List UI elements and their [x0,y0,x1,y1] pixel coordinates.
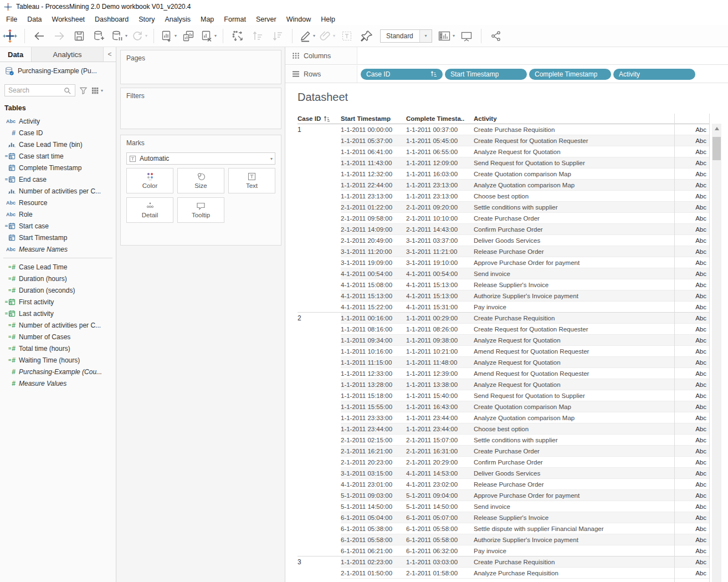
case-id-cell[interactable] [298,390,341,401]
duplicate-sheet-button[interactable] [180,28,197,44]
start-timestamp-cell[interactable]: 1-1-2011 09:34:00 [341,335,406,346]
column-header-case-id[interactable]: Case ID [298,114,341,124]
complete-timestamp-cell[interactable]: 2-1-2011 10:10:00 [406,213,474,224]
start-timestamp-cell[interactable]: 1-1-2011 23:44:00 [341,423,406,435]
abc-mark-cell[interactable]: Abc [674,235,709,246]
abc-mark-cell[interactable]: Abc [674,191,709,202]
show-mark-labels-button[interactable] [339,28,355,44]
case-id-cell[interactable] [298,335,341,346]
presentation-mode-button[interactable] [458,28,475,44]
field-item[interactable]: Case Lead Time (bin) [0,139,116,150]
activity-cell[interactable]: Release Supplier's Invoice [474,512,674,523]
start-timestamp-cell[interactable]: 2-1-2011 16:21:00 [341,446,406,457]
menu-format[interactable]: Format [219,14,251,24]
activity-cell[interactable]: Create Purchase Requisition [474,557,674,568]
abc-mark-cell[interactable]: Abc [674,534,709,545]
format-attach-button[interactable]: ▾ [319,28,335,44]
start-timestamp-cell[interactable]: 6-1-2011 05:58:00 [341,534,406,545]
abc-mark-cell[interactable]: Abc [674,313,709,324]
complete-timestamp-cell[interactable]: 3-1-2011 03:37:00 [406,235,474,246]
field-item[interactable]: =#Duration (seconds) [0,284,116,296]
field-item[interactable]: Number of activities per C... [0,185,116,197]
field-item[interactable]: AbcRole [0,208,116,220]
activity-cell[interactable]: Choose best option [474,191,674,202]
search-box[interactable] [4,84,75,96]
start-timestamp-cell[interactable]: 2-1-2011 09:58:00 [341,213,406,224]
activity-cell[interactable]: Create Purchase Order [474,213,674,224]
menu-window[interactable]: Window [281,14,316,24]
case-id-cell[interactable] [298,512,341,523]
case-id-cell[interactable] [298,180,341,191]
abc-mark-cell[interactable]: Abc [674,246,709,257]
abc-mark-cell[interactable]: Abc [674,379,709,390]
case-id-cell[interactable] [298,135,341,146]
complete-timestamp-cell[interactable]: 1-1-2011 23:44:00 [406,412,474,423]
field-item[interactable]: =#Waiting Time (hours) [0,354,116,366]
abc-mark-cell[interactable]: Abc [674,423,709,435]
start-timestamp-cell[interactable]: 1-1-2011 00:00:00 [341,124,406,135]
columns-shelf[interactable]: Columns [285,47,728,65]
start-timestamp-cell[interactable]: 2-1-2011 02:15:00 [341,435,406,446]
activity-cell[interactable]: Release Purchase Order [474,479,674,490]
show-hide-cards-button[interactable]: ▾ [437,28,455,44]
activity-cell[interactable]: Analyze Request for Quotation [474,335,674,346]
scrollbar-thumb[interactable] [712,137,721,160]
start-timestamp-cell[interactable]: 2-1-2011 20:23:00 [341,457,406,468]
complete-timestamp-cell[interactable]: 6-1-2011 05:58:00 [406,523,474,534]
complete-timestamp-cell[interactable]: 5-1-2011 14:50:00 [406,501,474,512]
color-button[interactable]: Color [126,168,173,193]
case-id-cell[interactable] [298,302,341,313]
complete-timestamp-cell[interactable]: 6-1-2011 05:58:00 [406,534,474,545]
activity-cell[interactable]: Create Quotation comparison Map [474,401,674,412]
complete-timestamp-cell[interactable]: 3-1-2011 19:10:00 [406,257,474,268]
field-item[interactable]: AbcMeasure Names [0,243,116,255]
tableau-logo-button[interactable] [2,28,18,44]
field-item[interactable]: =#Number of Cases [0,331,116,343]
abc-mark-cell[interactable]: Abc [674,135,709,146]
activity-cell[interactable]: Create Purchase Requisition [474,313,674,324]
case-id-cell[interactable] [298,501,341,512]
activity-cell[interactable]: Deliver Goods Services [474,235,674,246]
activity-cell[interactable]: Create Request for Quotation Requester [474,135,674,146]
filters-card[interactable]: Filters [120,88,281,129]
complete-timestamp-cell[interactable]: 4-1-2011 15:13:00 [406,290,474,302]
abc-mark-cell[interactable]: Abc [674,224,709,235]
field-item[interactable]: AbcActivity [0,115,116,127]
abc-mark-cell[interactable]: Abc [674,290,709,302]
size-button[interactable]: Size [177,168,224,193]
abc-mark-cell[interactable]: Abc [674,412,709,423]
abc-mark-cell[interactable]: Abc [674,180,709,191]
field-item[interactable]: #Case ID [0,127,116,139]
complete-timestamp-cell[interactable]: 6-1-2011 05:07:00 [406,512,474,523]
activity-cell[interactable]: Pay invoice [474,545,674,557]
field-item[interactable]: =#Case Lead Time [0,261,116,273]
fit-selector-arrow[interactable]: ▾ [419,30,432,42]
column-header-activity[interactable]: Activity [474,114,674,124]
abc-mark-cell[interactable]: Abc [674,279,709,290]
fix-axes-button[interactable] [358,28,375,44]
field-item[interactable]: #Measure Values [0,377,116,389]
menu-data[interactable]: Data [22,14,47,24]
case-id-cell[interactable] [298,246,341,257]
start-timestamp-cell[interactable]: 1-1-2011 00:16:00 [341,313,406,324]
start-timestamp-cell[interactable]: 6-1-2011 06:21:00 [341,545,406,557]
tooltip-button[interactable]: Tooltip [177,197,224,223]
case-id-cell[interactable] [298,534,341,545]
case-id-cell[interactable] [298,568,341,579]
case-id-cell[interactable]: 2 [298,313,341,324]
case-id-cell[interactable] [298,213,341,224]
complete-timestamp-cell[interactable]: 2-1-2011 14:43:00 [406,224,474,235]
abc-mark-cell[interactable]: Abc [674,257,709,268]
activity-cell[interactable]: Release Supplier's Invoice [474,279,674,290]
abc-mark-cell[interactable]: Abc [674,169,709,180]
abc-mark-cell[interactable]: Abc [674,146,709,157]
start-timestamp-cell[interactable]: 1-1-2011 15:18:00 [341,390,406,401]
field-item[interactable]: AbcResource [0,197,116,208]
activity-cell[interactable]: Confirm Purchase Order [474,457,674,468]
activity-cell[interactable]: Analyze Request for Quotation [474,379,674,390]
complete-timestamp-cell[interactable]: 1-1-2011 11:48:00 [406,357,474,368]
data-source-item[interactable]: Purchasing-Example (Pu... [0,63,116,79]
case-id-cell[interactable] [298,435,341,446]
field-item[interactable]: =#Number of activities per C... [0,319,116,331]
start-timestamp-cell[interactable]: 5-1-2011 09:03:00 [341,490,406,501]
